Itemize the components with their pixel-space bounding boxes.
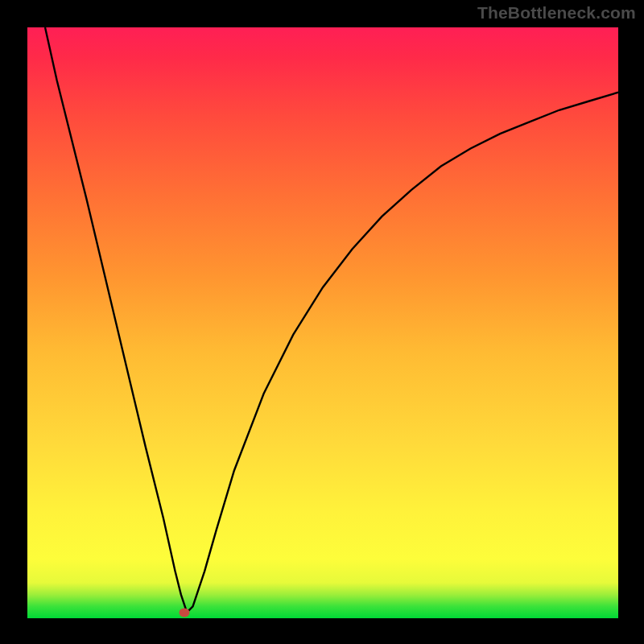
optimal-point-marker [179,608,189,617]
plot-area [27,27,618,618]
curve-svg [27,27,618,618]
watermark-text: TheBottleneck.com [477,3,636,23]
bottleneck-curve [45,27,618,613]
chart-frame: TheBottleneck.com [0,0,644,644]
